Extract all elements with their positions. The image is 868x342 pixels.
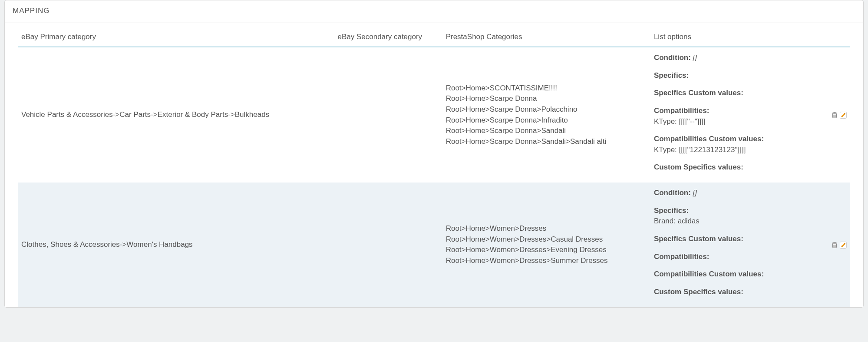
prestashop-path: Root>Home>Women>Dresses [446,223,647,234]
col-ebay-primary: eBay Primary category [18,23,334,47]
prestashop-path: Root>Home>Scarpe Donna>Sandali>Sandali a… [446,136,647,147]
prestashop-path: Root>Home>Scarpe Donna>Polacchino [446,104,647,115]
cell-ebay-primary: Clothes, Shoes & Accessories->Women's Ha… [18,183,334,307]
mapping-table: eBay Primary category eBay Secondary cat… [18,23,850,307]
prestashop-path: Root>Home>Women>Dresses>Summer Dresses [446,256,647,266]
option-block: Compatibilities:KType: [[[["--"]]]] [654,106,813,127]
option-block: Custom Specifics values: [654,162,813,173]
option-block: Specifics Custom values: [654,234,813,245]
col-list-options: List options [650,23,817,47]
option-label: Compatibilities: [654,106,710,115]
specifics-line: Brand: adidas [654,216,813,227]
prestashop-path: Root>Home>Women>Dresses>Evening Dresses [446,245,647,256]
option-block: Specifics Custom values: [654,88,813,99]
option-label: Condition: [654,53,691,62]
option-label: Specifics Custom values: [654,89,743,97]
option-label: Compatibilities Custom values: [654,135,764,143]
option-label: Compatibilities: [654,252,710,261]
option-label: Specifics: [654,206,689,215]
pencil-icon[interactable] [839,111,847,119]
option-label: Custom Specifics values: [654,288,743,296]
mapping-panel: MAPPING eBay Primary category eBay Secon… [4,0,864,308]
svg-rect-2 [834,112,835,113]
col-ebay-secondary: eBay Secondary category [334,23,442,47]
svg-rect-9 [834,242,835,243]
trash-icon[interactable] [830,111,838,119]
cell-list-options: Condition: []Specifics:Brand: adidasSpec… [650,183,817,307]
condition-value: [] [691,53,697,62]
cell-ebay-secondary [334,47,442,183]
table-row: Clothes, Shoes & Accessories->Women's Ha… [18,183,850,307]
condition-value: [] [691,189,697,197]
cell-actions [817,47,850,183]
cell-ebay-primary: Vehicle Parts & Accessories->Car Parts->… [18,47,334,183]
prestashop-path: Root>Home>Scarpe Donna>Sandali [446,126,647,136]
option-block: Specifics:Brand: adidas [654,206,813,227]
prestashop-path: Root>Home>Scarpe Donna>Infradito [446,115,647,126]
option-block: Condition: [] [654,53,813,63]
option-block: Condition: [] [654,188,813,199]
option-block: Compatibilities: [654,252,813,262]
prestashop-path: Root>Home>SCONTATISSIME!!!! [446,83,647,94]
compat-custom-line: KType: [[[["12213123123"]]]] [654,145,813,156]
prestashop-path: Root>Home>Scarpe Donna [446,93,647,104]
option-label: Specifics Custom values: [654,235,743,243]
option-label: Custom Specifics values: [654,163,743,171]
option-block: Specifics: [654,70,813,81]
table-header-row: eBay Primary category eBay Secondary cat… [18,23,850,47]
col-prestashop: PrestaShop Categories [442,23,650,47]
trash-icon[interactable] [830,241,838,249]
option-label: Compatibilities Custom values: [654,270,764,278]
option-block: Compatibilities Custom values: [654,269,813,280]
col-actions [817,23,850,47]
panel-title: MAPPING [5,0,863,23]
cell-prestashop: Root>Home>SCONTATISSIME!!!!Root>Home>Sca… [442,47,650,183]
cell-prestashop: Root>Home>Women>DressesRoot>Home>Women>D… [442,183,650,307]
option-label: Specifics: [654,71,689,80]
cell-ebay-secondary [334,183,442,307]
option-block: Custom Specifics values: [654,287,813,298]
cell-actions [817,183,850,307]
option-label: Condition: [654,189,691,197]
cell-list-options: Condition: []Specifics:Specifics Custom … [650,47,817,183]
pencil-icon[interactable] [839,241,847,249]
compat-line: KType: [[[["--"]]]] [654,116,813,127]
option-block: Compatibilities Custom values:KType: [[[… [654,134,813,155]
panel-body: eBay Primary category eBay Secondary cat… [5,23,863,307]
table-row: Vehicle Parts & Accessories->Car Parts->… [18,47,850,183]
prestashop-path: Root>Home>Women>Dresses>Casual Dresses [446,234,647,245]
